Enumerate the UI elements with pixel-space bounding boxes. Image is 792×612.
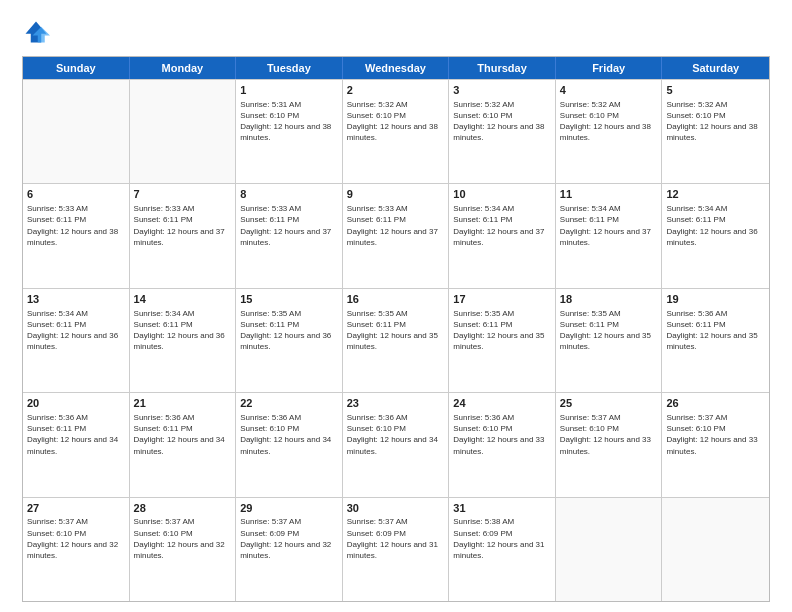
cell-info: Sunrise: 5:33 AM Sunset: 6:11 PM Dayligh…: [347, 203, 445, 248]
cal-header-cell-saturday: Saturday: [662, 57, 769, 79]
calendar-body: 1Sunrise: 5:31 AM Sunset: 6:10 PM Daylig…: [23, 79, 769, 601]
cell-info: Sunrise: 5:36 AM Sunset: 6:10 PM Dayligh…: [347, 412, 445, 457]
cell-info: Sunrise: 5:34 AM Sunset: 6:11 PM Dayligh…: [666, 203, 765, 248]
cal-cell: 7Sunrise: 5:33 AM Sunset: 6:11 PM Daylig…: [130, 184, 237, 287]
day-number: 5: [666, 83, 765, 98]
cal-cell: 11Sunrise: 5:34 AM Sunset: 6:11 PM Dayli…: [556, 184, 663, 287]
day-number: 16: [347, 292, 445, 307]
cell-info: Sunrise: 5:37 AM Sunset: 6:10 PM Dayligh…: [134, 516, 232, 561]
day-number: 31: [453, 501, 551, 516]
day-number: 25: [560, 396, 658, 411]
cal-cell: 20Sunrise: 5:36 AM Sunset: 6:11 PM Dayli…: [23, 393, 130, 496]
day-number: 15: [240, 292, 338, 307]
cal-cell: 15Sunrise: 5:35 AM Sunset: 6:11 PM Dayli…: [236, 289, 343, 392]
cell-info: Sunrise: 5:33 AM Sunset: 6:11 PM Dayligh…: [27, 203, 125, 248]
cell-info: Sunrise: 5:35 AM Sunset: 6:11 PM Dayligh…: [240, 308, 338, 353]
cal-cell: 29Sunrise: 5:37 AM Sunset: 6:09 PM Dayli…: [236, 498, 343, 601]
day-number: 19: [666, 292, 765, 307]
cell-info: Sunrise: 5:31 AM Sunset: 6:10 PM Dayligh…: [240, 99, 338, 144]
cal-cell: 18Sunrise: 5:35 AM Sunset: 6:11 PM Dayli…: [556, 289, 663, 392]
cal-cell: 22Sunrise: 5:36 AM Sunset: 6:10 PM Dayli…: [236, 393, 343, 496]
day-number: 4: [560, 83, 658, 98]
day-number: 26: [666, 396, 765, 411]
cell-info: Sunrise: 5:37 AM Sunset: 6:10 PM Dayligh…: [27, 516, 125, 561]
cal-cell: 6Sunrise: 5:33 AM Sunset: 6:11 PM Daylig…: [23, 184, 130, 287]
cal-cell: 4Sunrise: 5:32 AM Sunset: 6:10 PM Daylig…: [556, 80, 663, 183]
cal-row-0: 1Sunrise: 5:31 AM Sunset: 6:10 PM Daylig…: [23, 79, 769, 183]
cell-info: Sunrise: 5:34 AM Sunset: 6:11 PM Dayligh…: [27, 308, 125, 353]
cal-cell: 12Sunrise: 5:34 AM Sunset: 6:11 PM Dayli…: [662, 184, 769, 287]
calendar-header-row: SundayMondayTuesdayWednesdayThursdayFrid…: [23, 57, 769, 79]
cell-info: Sunrise: 5:35 AM Sunset: 6:11 PM Dayligh…: [347, 308, 445, 353]
cell-info: Sunrise: 5:32 AM Sunset: 6:10 PM Dayligh…: [453, 99, 551, 144]
cell-info: Sunrise: 5:32 AM Sunset: 6:10 PM Dayligh…: [666, 99, 765, 144]
cal-header-cell-tuesday: Tuesday: [236, 57, 343, 79]
day-number: 8: [240, 187, 338, 202]
day-number: 30: [347, 501, 445, 516]
cal-cell: 14Sunrise: 5:34 AM Sunset: 6:11 PM Dayli…: [130, 289, 237, 392]
cell-info: Sunrise: 5:36 AM Sunset: 6:11 PM Dayligh…: [666, 308, 765, 353]
cal-cell: 23Sunrise: 5:36 AM Sunset: 6:10 PM Dayli…: [343, 393, 450, 496]
cal-cell: 26Sunrise: 5:37 AM Sunset: 6:10 PM Dayli…: [662, 393, 769, 496]
cal-cell: 21Sunrise: 5:36 AM Sunset: 6:11 PM Dayli…: [130, 393, 237, 496]
cell-info: Sunrise: 5:34 AM Sunset: 6:11 PM Dayligh…: [134, 308, 232, 353]
day-number: 24: [453, 396, 551, 411]
cal-cell: 3Sunrise: 5:32 AM Sunset: 6:10 PM Daylig…: [449, 80, 556, 183]
cal-header-cell-thursday: Thursday: [449, 57, 556, 79]
day-number: 22: [240, 396, 338, 411]
cell-info: Sunrise: 5:35 AM Sunset: 6:11 PM Dayligh…: [560, 308, 658, 353]
cell-info: Sunrise: 5:37 AM Sunset: 6:09 PM Dayligh…: [240, 516, 338, 561]
cal-cell: 13Sunrise: 5:34 AM Sunset: 6:11 PM Dayli…: [23, 289, 130, 392]
cal-cell: 16Sunrise: 5:35 AM Sunset: 6:11 PM Dayli…: [343, 289, 450, 392]
day-number: 9: [347, 187, 445, 202]
cal-cell: [23, 80, 130, 183]
logo-icon: [22, 18, 50, 46]
day-number: 20: [27, 396, 125, 411]
day-number: 18: [560, 292, 658, 307]
day-number: 23: [347, 396, 445, 411]
day-number: 17: [453, 292, 551, 307]
cal-cell: 24Sunrise: 5:36 AM Sunset: 6:10 PM Dayli…: [449, 393, 556, 496]
cal-header-cell-wednesday: Wednesday: [343, 57, 450, 79]
day-number: 27: [27, 501, 125, 516]
cell-info: Sunrise: 5:32 AM Sunset: 6:10 PM Dayligh…: [560, 99, 658, 144]
logo: [22, 18, 54, 46]
cell-info: Sunrise: 5:33 AM Sunset: 6:11 PM Dayligh…: [134, 203, 232, 248]
cal-row-1: 6Sunrise: 5:33 AM Sunset: 6:11 PM Daylig…: [23, 183, 769, 287]
cal-cell: 31Sunrise: 5:38 AM Sunset: 6:09 PM Dayli…: [449, 498, 556, 601]
header: [22, 18, 770, 46]
cal-cell: 8Sunrise: 5:33 AM Sunset: 6:11 PM Daylig…: [236, 184, 343, 287]
cal-cell: 30Sunrise: 5:37 AM Sunset: 6:09 PM Dayli…: [343, 498, 450, 601]
cal-row-3: 20Sunrise: 5:36 AM Sunset: 6:11 PM Dayli…: [23, 392, 769, 496]
cell-info: Sunrise: 5:37 AM Sunset: 6:10 PM Dayligh…: [560, 412, 658, 457]
day-number: 29: [240, 501, 338, 516]
cal-cell: 2Sunrise: 5:32 AM Sunset: 6:10 PM Daylig…: [343, 80, 450, 183]
cell-info: Sunrise: 5:32 AM Sunset: 6:10 PM Dayligh…: [347, 99, 445, 144]
day-number: 7: [134, 187, 232, 202]
cell-info: Sunrise: 5:35 AM Sunset: 6:11 PM Dayligh…: [453, 308, 551, 353]
day-number: 28: [134, 501, 232, 516]
cal-header-cell-monday: Monday: [130, 57, 237, 79]
day-number: 11: [560, 187, 658, 202]
cell-info: Sunrise: 5:36 AM Sunset: 6:11 PM Dayligh…: [27, 412, 125, 457]
day-number: 14: [134, 292, 232, 307]
cell-info: Sunrise: 5:36 AM Sunset: 6:10 PM Dayligh…: [240, 412, 338, 457]
cal-cell: 25Sunrise: 5:37 AM Sunset: 6:10 PM Dayli…: [556, 393, 663, 496]
cal-cell: [130, 80, 237, 183]
cal-cell: 28Sunrise: 5:37 AM Sunset: 6:10 PM Dayli…: [130, 498, 237, 601]
cal-cell: 19Sunrise: 5:36 AM Sunset: 6:11 PM Dayli…: [662, 289, 769, 392]
day-number: 1: [240, 83, 338, 98]
cell-info: Sunrise: 5:33 AM Sunset: 6:11 PM Dayligh…: [240, 203, 338, 248]
cal-header-cell-friday: Friday: [556, 57, 663, 79]
day-number: 12: [666, 187, 765, 202]
page: SundayMondayTuesdayWednesdayThursdayFrid…: [0, 0, 792, 612]
cell-info: Sunrise: 5:37 AM Sunset: 6:10 PM Dayligh…: [666, 412, 765, 457]
day-number: 3: [453, 83, 551, 98]
day-number: 13: [27, 292, 125, 307]
cal-header-cell-sunday: Sunday: [23, 57, 130, 79]
cal-cell: 27Sunrise: 5:37 AM Sunset: 6:10 PM Dayli…: [23, 498, 130, 601]
cal-cell: 17Sunrise: 5:35 AM Sunset: 6:11 PM Dayli…: [449, 289, 556, 392]
cal-cell: 5Sunrise: 5:32 AM Sunset: 6:10 PM Daylig…: [662, 80, 769, 183]
cal-cell: [556, 498, 663, 601]
day-number: 6: [27, 187, 125, 202]
